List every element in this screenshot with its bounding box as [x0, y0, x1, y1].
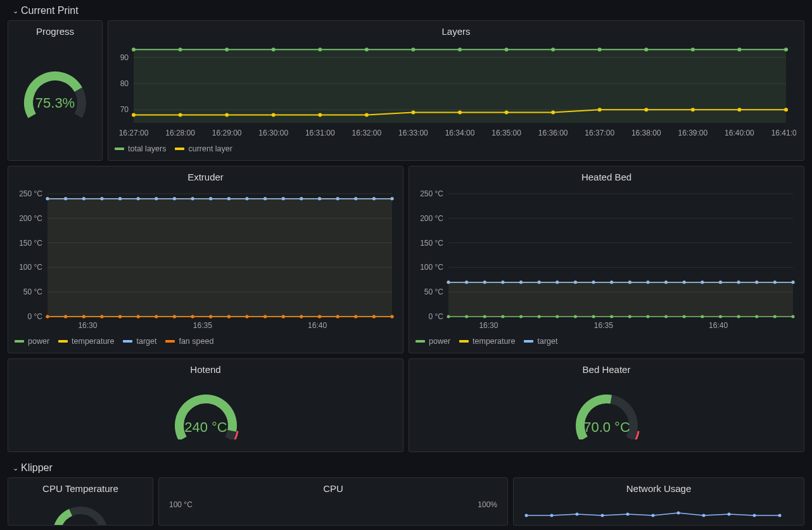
svg-point-166	[538, 315, 541, 319]
svg-point-223	[576, 513, 579, 516]
svg-point-204	[501, 281, 504, 284]
svg-point-122	[336, 197, 339, 200]
chart-layers: 70809016:27:0016:28:0016:29:0016:30:0016…	[108, 39, 796, 141]
legend-item[interactable]: power	[15, 337, 49, 346]
svg-point-202	[465, 281, 468, 284]
svg-point-40	[318, 113, 322, 117]
svg-point-33	[691, 47, 695, 51]
chart-extruder: 0 °C50 °C100 °C150 °C200 °C250 °C16:3016…	[8, 185, 401, 333]
svg-point-127	[64, 315, 67, 319]
svg-point-220	[792, 281, 795, 284]
svg-text:16:35: 16:35	[193, 321, 212, 330]
panel-title: CPU	[159, 478, 507, 496]
svg-point-145	[391, 315, 394, 319]
svg-text:16:33:00: 16:33:00	[398, 129, 428, 137]
cpu-axis-labels: 100 °C 100%	[159, 496, 507, 513]
panel-title: Network Usage	[514, 478, 804, 496]
svg-text:16:29:00: 16:29:00	[212, 129, 242, 137]
svg-point-124	[372, 197, 376, 200]
svg-point-45	[551, 110, 555, 114]
svg-point-137	[245, 315, 248, 319]
legend-item[interactable]: total layers	[115, 144, 166, 153]
section-header-klipper[interactable]: ⌄ Klipper	[0, 457, 812, 477]
svg-point-21	[132, 47, 136, 51]
svg-point-208	[574, 281, 577, 284]
svg-text:70: 70	[120, 105, 129, 114]
svg-text:16:35:00: 16:35:00	[492, 129, 521, 137]
svg-point-114	[191, 197, 194, 200]
svg-text:16:30: 16:30	[78, 321, 97, 330]
legend-item[interactable]: fan speed	[165, 337, 213, 346]
svg-text:16:40: 16:40	[308, 321, 327, 330]
panel-progress[interactable]: Progress 75.3%	[8, 20, 103, 161]
svg-point-229	[728, 513, 731, 516]
svg-text:16:38:00: 16:38:00	[631, 129, 661, 137]
svg-text:80: 80	[120, 79, 129, 88]
svg-text:50 °C: 50 °C	[23, 287, 42, 296]
svg-point-48	[691, 108, 695, 111]
svg-point-36	[132, 113, 136, 117]
legend-item[interactable]: target	[123, 337, 156, 346]
svg-point-226	[652, 514, 655, 517]
svg-point-117	[245, 197, 248, 200]
panel-title: Heated Bed	[409, 167, 804, 185]
panel-cpu-temperature[interactable]: CPU Temperature	[8, 477, 153, 526]
gauge-value: 240 °C	[184, 419, 227, 435]
svg-point-162	[465, 315, 468, 319]
svg-point-116	[227, 197, 231, 200]
svg-point-174	[683, 315, 686, 319]
panel-extruder[interactable]: Extruder 0 °C50 °C100 °C150 °C200 °C250 …	[8, 166, 403, 353]
svg-point-109	[100, 197, 103, 200]
panel-heated-bed[interactable]: Heated Bed 0 °C50 °C100 °C150 °C200 °C25…	[409, 166, 804, 353]
svg-text:250 °C: 250 °C	[19, 189, 42, 198]
legend-item[interactable]: temperature	[459, 337, 515, 346]
svg-point-35	[784, 47, 788, 51]
svg-point-178	[755, 315, 758, 319]
svg-point-118	[263, 197, 267, 200]
chevron-down-icon: ⌄	[13, 7, 18, 15]
svg-point-44	[505, 110, 509, 114]
svg-point-228	[702, 514, 706, 517]
panel-network-usage[interactable]: Network Usage	[513, 477, 804, 526]
svg-point-130	[118, 315, 122, 319]
chevron-down-icon: ⌄	[13, 464, 18, 472]
section-header-current-print[interactable]: ⌄ Current Print	[0, 0, 812, 20]
svg-point-132	[155, 315, 158, 319]
svg-point-31	[598, 47, 602, 51]
svg-point-139	[282, 315, 285, 319]
svg-point-22	[179, 47, 182, 51]
legend-item[interactable]: target	[524, 337, 557, 346]
legend-layers: total layers current layer	[108, 141, 804, 157]
legend-item[interactable]: current layer	[175, 144, 232, 153]
svg-point-230	[753, 514, 756, 517]
svg-point-217	[737, 281, 740, 284]
svg-point-26	[365, 47, 369, 51]
svg-text:16:28:00: 16:28:00	[165, 129, 195, 137]
svg-text:16:30:00: 16:30:00	[258, 129, 288, 137]
svg-text:16:31:00: 16:31:00	[305, 129, 335, 137]
panel-title: Hotend	[8, 359, 403, 377]
legend-heated-bed: power temperature target	[409, 333, 804, 350]
svg-point-163	[483, 315, 486, 319]
svg-point-168	[574, 315, 577, 319]
gauge-cpu-temp	[8, 496, 153, 526]
svg-point-227	[677, 512, 680, 515]
svg-point-205	[519, 281, 523, 284]
svg-point-215	[701, 281, 704, 284]
svg-text:100 °C: 100 °C	[19, 263, 42, 272]
legend-item[interactable]: temperature	[58, 337, 114, 346]
svg-point-209	[592, 281, 595, 284]
panel-cpu[interactable]: CPU 100 °C 100%	[158, 477, 508, 526]
svg-point-32	[644, 47, 648, 51]
svg-point-212	[646, 281, 649, 284]
svg-point-42	[411, 110, 415, 114]
panel-layers[interactable]: Layers 70809016:27:0016:28:0016:29:0016:…	[108, 20, 804, 161]
svg-point-218	[755, 281, 758, 284]
svg-point-39	[272, 113, 276, 117]
legend-item[interactable]: power	[416, 337, 450, 346]
svg-text:16:32:00: 16:32:00	[352, 129, 381, 137]
svg-point-121	[318, 197, 321, 200]
panel-hotend[interactable]: Hotend 240 °C	[8, 358, 403, 452]
svg-point-38	[225, 113, 229, 117]
panel-bed-heater[interactable]: Bed Heater 70.0 °C	[409, 358, 804, 452]
